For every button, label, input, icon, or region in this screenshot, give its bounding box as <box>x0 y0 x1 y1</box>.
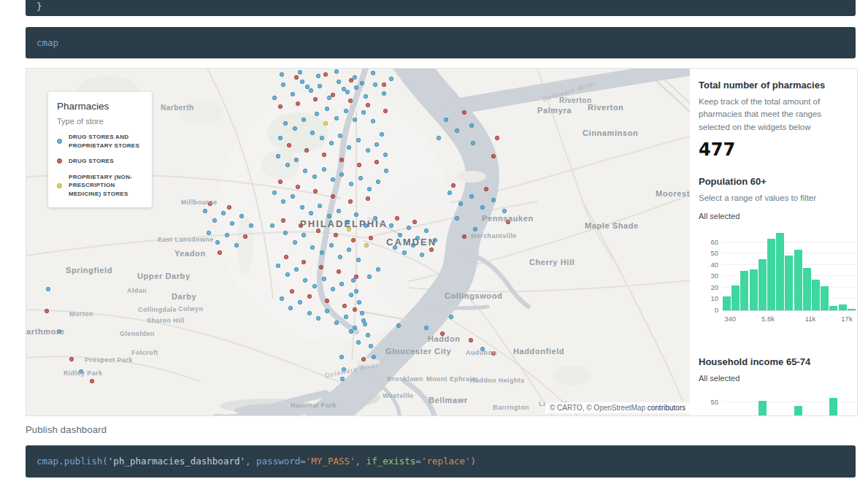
pharmacy-point-blue[interactable] <box>502 209 506 212</box>
pharmacy-point-blue[interactable] <box>281 83 285 86</box>
pharmacy-point-blue[interactable] <box>344 109 347 112</box>
pharmacy-point-blue[interactable] <box>278 136 282 139</box>
histogram-bar[interactable] <box>758 401 767 415</box>
histogram-bar[interactable] <box>731 285 740 310</box>
pharmacy-point-blue[interactable] <box>375 142 378 146</box>
histogram-bar[interactable] <box>794 250 802 310</box>
pharmacy-point-red[interactable] <box>412 220 416 223</box>
pharmacy-point-blue[interactable] <box>203 209 207 212</box>
pharmacy-point-red[interactable] <box>366 103 369 107</box>
pharmacy-point-red[interactable] <box>296 185 299 188</box>
histogram-bar[interactable] <box>785 256 793 310</box>
pharmacy-point-blue[interactable] <box>272 191 276 194</box>
pharmacy-point-blue[interactable] <box>349 293 353 296</box>
pharmacy-point-blue[interactable] <box>280 296 283 300</box>
pharmacy-point-blue[interactable] <box>351 278 355 282</box>
pharmacy-point-red[interactable] <box>304 148 308 152</box>
pharmacy-point-blue[interactable] <box>320 250 323 254</box>
histogram-bar[interactable] <box>829 306 837 310</box>
pharmacy-point-blue[interactable] <box>373 216 377 220</box>
pharmacy-point-yellow[interactable] <box>347 227 350 231</box>
pharmacy-point-blue[interactable] <box>291 194 294 198</box>
pharmacy-point-blue[interactable] <box>280 72 283 76</box>
pharmacy-point-blue[interactable] <box>339 355 343 358</box>
pharmacy-point-blue[interactable] <box>302 118 305 121</box>
pharmacy-point-blue[interactable] <box>300 80 304 83</box>
pharmacy-point-red[interactable] <box>366 196 369 200</box>
pharmacy-point-blue[interactable] <box>458 202 462 205</box>
pharmacy-point-blue[interactable] <box>357 300 361 304</box>
pharmacy-point-blue[interactable] <box>310 131 314 134</box>
pharmacy-point-blue[interactable] <box>360 311 364 315</box>
pharmacy-point-blue[interactable] <box>384 169 388 172</box>
pharmacy-point-blue[interactable] <box>298 300 302 304</box>
pharmacy-point-red[interactable] <box>299 223 302 227</box>
population-60-histogram[interactable]: 01020304050603405.8k11k17k <box>723 231 847 339</box>
code-cell-cmap[interactable]: cmap <box>26 27 856 58</box>
pharmacy-point-blue[interactable] <box>398 233 402 237</box>
pharmacy-point-blue[interactable] <box>364 223 367 227</box>
pharmacy-point-red[interactable] <box>353 307 356 311</box>
pharmacy-point-red[interactable] <box>351 238 355 242</box>
pharmacy-point-blue[interactable] <box>353 118 356 121</box>
pharmacy-point-blue[interactable] <box>354 289 358 293</box>
pharmacy-point-blue[interactable] <box>283 231 287 234</box>
pharmacy-point-blue[interactable] <box>221 211 225 215</box>
pharmacy-point-blue[interactable] <box>366 148 369 152</box>
pharmacy-point-red[interactable] <box>506 220 510 223</box>
pharmacy-point-red[interactable] <box>290 289 293 293</box>
pharmacy-point-blue[interactable] <box>360 81 364 85</box>
pharmacy-point-red[interactable] <box>331 194 334 198</box>
pharmacy-point-red[interactable] <box>339 158 343 161</box>
pharmacy-point-blue[interactable] <box>215 240 219 244</box>
pharmacy-point-blue[interactable] <box>448 191 451 194</box>
histogram-bar[interactable] <box>776 233 784 310</box>
pharmacy-point-blue[interactable] <box>369 344 372 348</box>
pharmacy-point-blue[interactable] <box>455 216 458 220</box>
pharmacy-point-red[interactable] <box>451 183 455 187</box>
pharmacy-point-blue[interactable] <box>316 74 320 77</box>
pharmacy-point-blue[interactable] <box>331 287 334 291</box>
pharmacy-point-red[interactable] <box>69 357 73 361</box>
pharmacy-point-blue[interactable] <box>281 199 285 203</box>
pharmacy-point-blue[interactable] <box>373 83 377 86</box>
histogram-bar[interactable] <box>839 304 847 310</box>
pharmacy-point-blue[interactable] <box>239 214 243 218</box>
pharmacy-point-red[interactable] <box>313 97 317 101</box>
pharmacy-point-blue[interactable] <box>396 323 400 327</box>
histogram-bar[interactable] <box>812 280 820 310</box>
pharmacy-point-blue[interactable] <box>363 322 366 326</box>
histogram-bar[interactable] <box>740 271 748 311</box>
histogram-bar[interactable] <box>758 259 767 310</box>
pharmacy-point-blue[interactable] <box>411 243 415 247</box>
pharmacy-point-blue[interactable] <box>334 321 338 324</box>
pharmacy-point-blue[interactable] <box>367 275 371 278</box>
pharmacy-point-red[interactable] <box>429 248 433 251</box>
pharmacy-point-red[interactable] <box>208 202 212 205</box>
pharmacy-point-blue[interactable] <box>347 248 350 251</box>
pharmacy-point-blue[interactable] <box>407 226 410 229</box>
pharmacy-point-blue[interactable] <box>272 96 276 99</box>
pharmacy-point-red[interactable] <box>349 78 353 82</box>
pharmacy-point-red[interactable] <box>357 163 361 166</box>
pharmacy-point-blue[interactable] <box>347 145 350 149</box>
pharmacy-point-red[interactable] <box>484 187 488 191</box>
pharmacy-point-blue[interactable] <box>312 284 316 288</box>
pharmacy-point-blue[interactable] <box>249 223 253 227</box>
pharmacy-point-blue[interactable] <box>356 340 360 344</box>
pharmacy-point-red[interactable] <box>354 275 358 278</box>
pharmacy-point-blue[interactable] <box>471 141 475 145</box>
household-income-histogram[interactable]: 304050 <box>723 390 847 415</box>
pharmacy-point-blue[interactable] <box>337 80 340 83</box>
pharmacy-point-blue[interactable] <box>294 267 298 271</box>
pharmacy-point-blue[interactable] <box>371 119 375 123</box>
pharmacy-point-red[interactable] <box>491 351 495 355</box>
pharmacy-point-red[interactable] <box>495 136 499 139</box>
pharmacy-point-blue[interactable] <box>354 85 358 89</box>
histogram-bar[interactable] <box>794 406 802 415</box>
pharmacy-point-blue[interactable] <box>327 214 331 218</box>
pharmacy-point-red[interactable] <box>294 75 298 79</box>
pharmacy-point-blue[interactable] <box>300 205 304 209</box>
pharmacy-point-blue[interactable] <box>356 138 360 142</box>
histogram-bar[interactable] <box>848 309 856 310</box>
